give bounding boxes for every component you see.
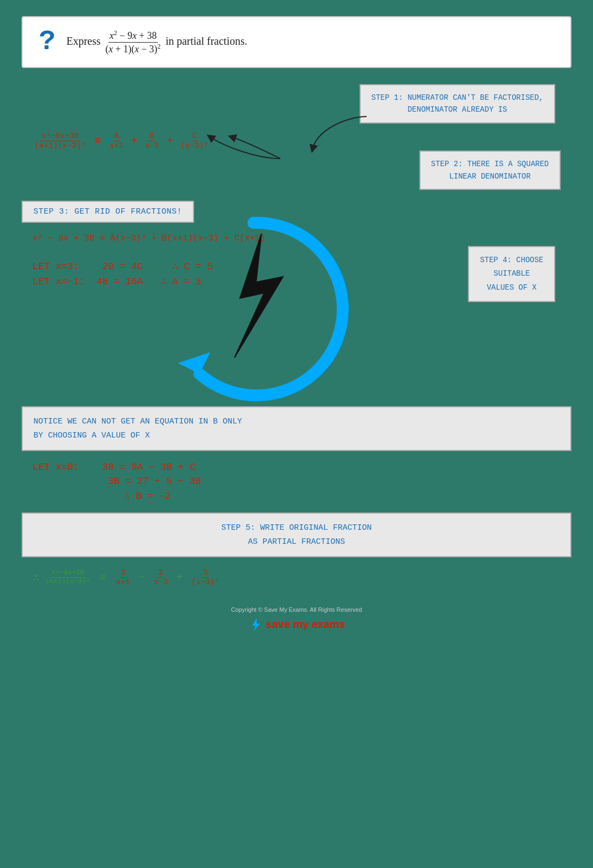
let0-line-2: 3B = 27 + 5 − 38 [108, 476, 571, 487]
step1-box: STEP 1: NUMERATOR CAN'T BE FACTORISED, D… [360, 84, 555, 124]
logo-lightning-icon [248, 617, 263, 632]
footer-logo-text: save my exams [266, 618, 345, 631]
question-mark-icon: ? [39, 28, 56, 56]
question-box: ? Express x2 − 9x + 38 (x + 1)(x − 3)2 i… [22, 16, 571, 68]
svg-marker-0 [178, 352, 210, 374]
let-line-1: LET x=3: 20 = 4C ∴ C = 5 [32, 260, 213, 272]
footer-logo: save my exams [0, 617, 593, 632]
step2-box: STEP 2: THERE IS A SQUARED LINEAR DENOMI… [419, 151, 561, 190]
let0-area: LET x=0: 38 = 9A − 3B + C 3B = 27 + 5 − … [32, 462, 571, 502]
let-area: LET x=3: 20 = 4C ∴ C = 5 LET x=−1: 48 = … [32, 257, 213, 290]
step2-arrow [183, 132, 291, 164]
lightning-area: x² − 9x + 38 ≡ A(x−3)² + B(x+1)(x−3) + C… [22, 234, 571, 395]
step3-equation: x² − 9x + 38 ≡ A(x−3)² + B(x+1)(x−3) + C… [32, 234, 571, 243]
step1-container: STEP 1: NUMERATOR CAN'T BE FACTORISED, D… [22, 84, 571, 124]
footer-copyright: Copyright © Save My Exams. All Rights Re… [0, 606, 593, 613]
fraction-equation: x²−9x+38 (x+1)(x−3)² ≡ A x+1 + B x−3 + C… [32, 132, 571, 151]
let0-line-1: LET x=0: 38 = 9A − 3B + C [32, 462, 571, 473]
step3-box: STEP 3: GET RID OF FRACTIONS! [22, 201, 194, 223]
step5-box: STEP 5: WRITE ORIGINAL FRACTION AS PARTI… [22, 512, 571, 557]
footer: Copyright © Save My Exams. All Rights Re… [0, 596, 593, 648]
final-answer: ∴ x²−9x+38 (x+1)(x−3)² ≡ 3 x+1 − 2 x−3 +… [32, 568, 571, 587]
question-content: Express x2 − 9x + 38 (x + 1)(x − 3)2 in … [66, 29, 247, 55]
therefore-symbol: ∴ [32, 571, 39, 584]
step4-box: STEP 4: CHOOSE SUITABLE VALUES OF x [468, 246, 555, 302]
step2-container: STEP 2: THERE IS A SQUARED LINEAR DENOMI… [22, 151, 571, 190]
notice-box: NOTICE WE CAN NOT GET AN EQUATION IN B O… [22, 406, 571, 451]
let0-line-3: ∴ B = −2 [124, 490, 571, 502]
let-line-2: LET x=−1: 48 = 16A ∴ A = 3 [32, 275, 213, 287]
svg-marker-2 [252, 618, 260, 631]
